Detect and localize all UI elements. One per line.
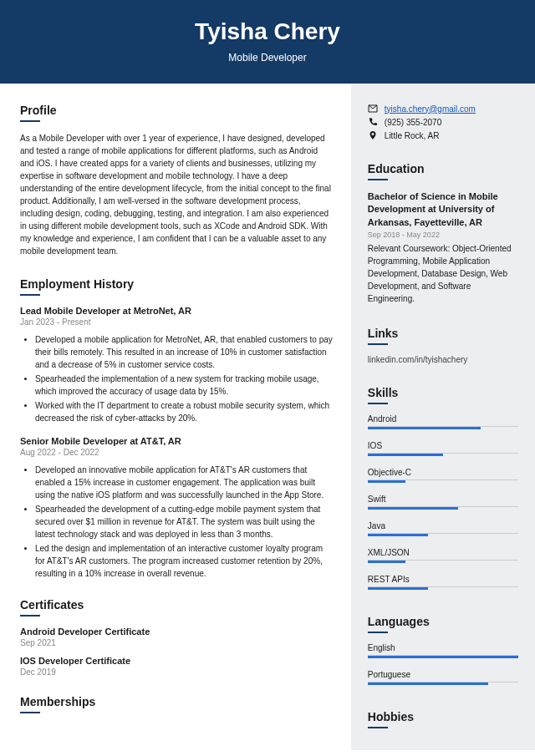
skill-bar (368, 587, 518, 590)
employment-job: Senior Mobile Developer at AT&T, AR Aug … (20, 436, 333, 580)
skill-bar (368, 480, 518, 483)
skill-name: Java (368, 521, 518, 534)
links-section: Links linkedin.com/in/tyishachery (368, 327, 518, 364)
language-name: Portuguese (368, 670, 518, 682)
hobbies-section: Hobbies (368, 710, 518, 728)
profile-text: As a Mobile Developer with over 1 year o… (20, 132, 333, 257)
job-bullet: Developed a mobile application for Metro… (35, 333, 333, 371)
education-degree: Bachelor of Science in Mobile Developmen… (368, 190, 518, 229)
language-bar (368, 682, 518, 685)
certificate-item: IOS Developer Certificate Dec 2019 (20, 656, 333, 677)
profile-heading: Profile (20, 104, 333, 117)
language-bar-fill (368, 682, 488, 685)
skill-item: XML/JSON (368, 548, 518, 566)
heading-underline (368, 403, 388, 404)
education-section: Education Bachelor of Science in Mobile … (368, 162, 518, 305)
skill-bar-fill (368, 427, 481, 429)
left-column: Profile As a Mobile Developer with over … (0, 84, 351, 750)
heading-underline (368, 632, 388, 633)
right-column: tyisha.chery@gmail.com (925) 355-2070 Li… (351, 84, 535, 750)
job-dates: Aug 2022 - Dec 2022 (20, 448, 333, 457)
applicant-name: Tyisha Chery (0, 18, 535, 45)
language-bar (368, 656, 518, 658)
skill-bar (368, 561, 518, 563)
heading-underline (368, 727, 388, 728)
employment-heading: Employment History (20, 277, 333, 291)
language-item: Portuguese (368, 670, 518, 688)
skills-section: Skills AndroidIOSObjective-CSwiftJavaXML… (368, 386, 518, 593)
job-bullet: Worked with the IT department to create … (35, 399, 333, 424)
education-heading: Education (368, 162, 518, 175)
education-desc: Relevant Coursework: Object-Oriented Pro… (368, 242, 518, 305)
heading-underline (20, 294, 40, 296)
education-dates: Sep 2018 - May 2022 (368, 231, 518, 239)
contact-phone: (925) 355-2070 (385, 118, 441, 127)
contact-phone-row: (925) 355-2070 (368, 117, 518, 127)
job-bullet: Developed an innovative mobile applicati… (35, 464, 333, 501)
applicant-job-title: Mobile Developer (0, 52, 535, 63)
languages-section: Languages EnglishPortuguese (368, 615, 518, 688)
skill-bar (368, 454, 518, 456)
job-bullet: Spearheaded the development of a cutting… (35, 503, 333, 540)
skill-bar-fill (368, 561, 405, 563)
skill-item: Objective-C (368, 468, 518, 486)
contact-email[interactable]: tyisha.chery@gmail.com (385, 104, 476, 114)
resume-header: Tyisha Chery Mobile Developer (0, 0, 535, 84)
link-item[interactable]: linkedin.com/in/tyishachery (368, 355, 518, 364)
skill-item: Swift (368, 495, 518, 513)
job-title: Lead Mobile Developer at MetroNet, AR (20, 306, 333, 316)
links-heading: Links (368, 327, 518, 340)
skill-item: IOS (368, 441, 518, 459)
certificate-title: IOS Developer Certificate (20, 656, 333, 666)
employment-job: Lead Mobile Developer at MetroNet, AR Ja… (20, 306, 333, 424)
job-title: Senior Mobile Developer at AT&T, AR (20, 436, 333, 446)
certificate-date: Dec 2019 (20, 667, 333, 677)
skill-bar-fill (368, 480, 405, 483)
contact-section: tyisha.chery@gmail.com (925) 355-2070 Li… (368, 104, 518, 140)
job-bullets: Developed an innovative mobile applicati… (20, 464, 333, 580)
skill-name: XML/JSON (368, 548, 518, 561)
skill-name: Objective-C (368, 468, 518, 480)
certificates-heading: Certificates (20, 598, 333, 611)
job-bullets: Developed a mobile application for Metro… (20, 333, 333, 424)
skill-bar-fill (368, 454, 443, 456)
skill-name: REST APIs (368, 575, 518, 587)
skill-bar-fill (368, 587, 428, 590)
skills-heading: Skills (368, 386, 518, 399)
profile-section: Profile As a Mobile Developer with over … (20, 104, 333, 257)
location-icon (368, 130, 378, 140)
envelope-icon (368, 104, 378, 114)
memberships-heading: Memberships (20, 695, 333, 708)
language-bar-fill (368, 656, 518, 658)
employment-section: Employment History Lead Mobile Developer… (20, 277, 333, 580)
certificate-title: Android Developer Certificate (20, 627, 333, 637)
memberships-section: Memberships (20, 695, 333, 713)
skill-bar-fill (368, 534, 428, 536)
hobbies-heading: Hobbies (368, 710, 518, 723)
skill-bar-fill (368, 507, 458, 510)
skill-bar (368, 534, 518, 536)
skill-name: Android (368, 414, 518, 427)
heading-underline (20, 615, 40, 616)
skill-item: Java (368, 521, 518, 540)
language-item: English (368, 643, 518, 662)
resume-body: Profile As a Mobile Developer with over … (0, 84, 535, 750)
skill-item: REST APIs (368, 575, 518, 593)
job-bullet: Led the design and implementation of an … (35, 542, 333, 580)
job-dates: Jan 2023 - Present (20, 317, 333, 327)
certificates-section: Certificates Android Developer Certifica… (20, 598, 333, 677)
contact-location-row: Little Rock, AR (368, 130, 518, 140)
skill-item: Android (368, 414, 518, 433)
heading-underline (20, 120, 40, 122)
certificate-date: Sep 2021 (20, 638, 333, 647)
contact-email-row: tyisha.chery@gmail.com (368, 104, 518, 114)
languages-heading: Languages (368, 615, 518, 628)
language-name: English (368, 643, 518, 656)
heading-underline (368, 343, 388, 345)
heading-underline (368, 179, 388, 180)
job-bullet: Spearheaded the implementation of a new … (35, 373, 333, 398)
heading-underline (20, 712, 40, 713)
skill-name: Swift (368, 495, 518, 507)
phone-icon (368, 117, 378, 127)
certificate-item: Android Developer Certificate Sep 2021 (20, 627, 333, 647)
